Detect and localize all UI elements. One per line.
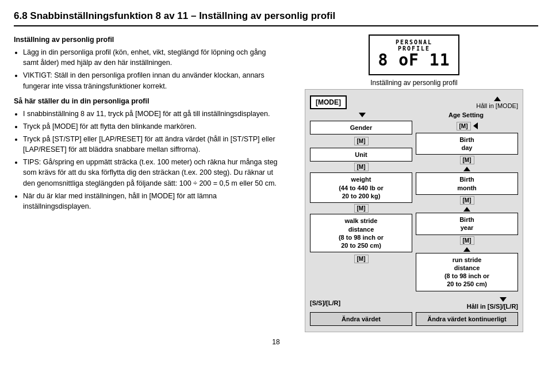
device-display: PERSONAL PROFILE 8 oF 11 <box>369 34 459 75</box>
gender-box: Gender <box>310 121 412 134</box>
bottom-buttons: Ändra värdet Ändra värdet kontinuerligt <box>310 312 518 326</box>
m-label: [M] <box>354 255 369 263</box>
arrow-up-icon <box>463 207 470 212</box>
run-stride-box: run stridedistance(8 to 98 inch or20 to … <box>416 253 518 291</box>
bullet-item: VIKTIGT: Ställ in den personliga profile… <box>23 70 278 91</box>
hold-mode-area: Håll in [MODE] <box>476 95 518 109</box>
hold-mode-label: Håll in [MODE] <box>476 102 518 109</box>
m-label: [M] <box>354 137 369 145</box>
bullet-item: Tryck på [MODE] för att flytta den blink… <box>23 121 278 132</box>
arrow-down-icon <box>359 113 366 117</box>
andra-vardet-kontinuerligt-button[interactable]: Ändra värdet kontinuerligt <box>416 312 518 326</box>
page-title: 6.8 Snabbinställningsfunktion 8 av 11 – … <box>14 10 538 26</box>
left-column: Inställning av personlig profil Lägg in … <box>14 34 278 215</box>
age-setting-label: Age Setting <box>448 112 484 118</box>
arrow-down-icon <box>500 297 507 302</box>
right-column: PERSONAL PROFILE 8 oF 11 Inställning av … <box>290 34 538 332</box>
page-number: 18 <box>14 338 538 346</box>
device-num: 8 oF 11 <box>378 52 450 70</box>
bullet-list-1: Lägg in din personliga profil (kön, enhe… <box>23 47 278 91</box>
m-label: [M] <box>460 236 474 245</box>
arrow-left-icon <box>473 122 478 129</box>
m-label: [M] <box>354 163 369 171</box>
weight-box: weight(44 to 440 lb or20 to 200 kg) <box>310 172 412 203</box>
flow-right: [M] Birthday [M] Birthmonth [M] Birthyea… <box>416 121 518 291</box>
m-label: [M] <box>354 204 369 213</box>
walk-stride-box: walk stridedistance(8 to 98 inch or20 to… <box>310 214 412 252</box>
birth-day-box: Birthday <box>416 133 518 155</box>
flow-diagram: [MODE] Håll in [MODE] Age Setting <box>305 89 523 332</box>
device-line1: PERSONAL <box>378 39 450 45</box>
arrow-up-icon <box>494 97 501 101</box>
bullet-item: I snabbinställning 8 av 11, tryck på [MO… <box>23 109 278 119</box>
ss-lr-label: [S/S]/[L/R] <box>310 299 340 306</box>
m-connector-walk: [M] <box>354 253 369 264</box>
flow-bottom: [S/S]/[L/R] Håll in [S/S]/[L/R] Ändra vä… <box>310 296 518 326</box>
bullet-item: Lägg in din personliga profil (kön, enhe… <box>23 47 278 68</box>
ss-row: [S/S]/[L/R] Håll in [S/S]/[L/R] <box>310 296 518 310</box>
birth-year-box: Birthyear <box>416 213 518 235</box>
mode-button[interactable]: [MODE] <box>310 95 347 109</box>
installs-label: Inställning av personlig profil <box>370 79 457 87</box>
flow-left: Gender [M] Unit [M] weight(44 to 440 lb … <box>310 121 412 291</box>
m-label: [M] <box>457 122 471 130</box>
bullet-item: TIPS: Gå/spring en uppmätt sträcka (t.ex… <box>23 157 278 188</box>
unit-box: Unit <box>310 148 412 162</box>
arrow-up-icon <box>463 247 470 252</box>
m-label: [M] <box>460 156 474 164</box>
andra-vardet-button[interactable]: Ändra värdet <box>310 312 412 326</box>
hold-ss-lr-label: Håll in [S/S]/[L/R] <box>467 303 518 310</box>
m-connector-gender: [M] <box>354 136 369 147</box>
bullet-item: Tryck på [ST/STP] eller [LAP/RESET] för … <box>23 134 278 155</box>
flow-columns: Gender [M] Unit [M] weight(44 to 440 lb … <box>310 121 518 291</box>
m-label: [M] <box>460 196 474 205</box>
section2-title: Så här ställer du in din personliga prof… <box>14 96 278 106</box>
bullet-item: När du är klar med inställningen, håll i… <box>23 191 278 212</box>
birth-month-box: Birthmonth <box>416 172 518 195</box>
bullet-list-2: I snabbinställning 8 av 11, tryck på [MO… <box>23 109 278 212</box>
arrow-up-icon <box>463 167 470 171</box>
section1-title: Inställning av personlig profil <box>14 34 278 45</box>
